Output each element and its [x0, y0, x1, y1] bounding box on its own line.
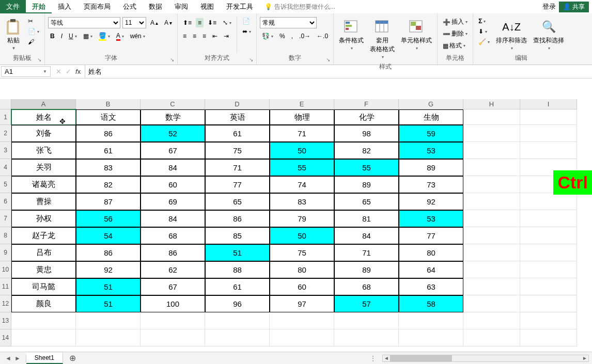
cell[interactable] [520, 210, 577, 227]
cell[interactable] [270, 312, 334, 329]
horizontal-scrollbar[interactable]: ◄ ► [382, 355, 589, 362]
cell[interactable]: 56 [76, 210, 141, 227]
dialog-launcher-icon[interactable]: ↘ [37, 57, 41, 62]
cell[interactable]: 生物 [399, 109, 463, 125]
row-header[interactable]: 5 [0, 176, 11, 193]
cell[interactable] [463, 142, 520, 159]
cell[interactable]: 50 [270, 227, 334, 244]
dialog-launcher-icon[interactable]: ↘ [326, 57, 330, 62]
tab-file[interactable]: 文件 [0, 0, 26, 13]
cell[interactable]: 60 [141, 176, 205, 193]
cell[interactable]: 物理 [270, 109, 334, 125]
row-header[interactable]: 2 [0, 125, 11, 142]
cell[interactable]: 赵子龙 [11, 227, 76, 244]
cell[interactable]: 50 [270, 142, 334, 159]
column-header[interactable]: H [463, 99, 520, 109]
cell[interactable]: 张飞 [11, 142, 76, 159]
cell[interactable]: 51 [205, 244, 270, 261]
fill-button[interactable]: ⬇▾ [476, 27, 492, 36]
tab-formulas[interactable]: 公式 [117, 0, 143, 13]
row-header[interactable]: 3 [0, 142, 11, 159]
cell[interactable] [520, 295, 577, 312]
cell[interactable]: 75 [270, 244, 334, 261]
format-cells-button[interactable]: ▦格式▾ [441, 40, 470, 51]
cell[interactable] [463, 312, 520, 329]
cell[interactable]: 65 [205, 193, 270, 210]
row-header[interactable]: 14 [0, 329, 11, 346]
cell[interactable]: 82 [76, 176, 141, 193]
cell[interactable] [463, 159, 520, 176]
format-painter-button[interactable]: 🖌 [26, 37, 41, 46]
copy-button[interactable]: 📄▾ [26, 27, 41, 36]
cell[interactable] [520, 193, 577, 210]
cell[interactable]: 67 [141, 278, 205, 295]
cell[interactable] [76, 312, 141, 329]
cell[interactable] [205, 329, 270, 346]
row-header[interactable]: 6 [0, 193, 11, 210]
sheet-tab[interactable]: Sheet1 [26, 353, 63, 364]
cell[interactable]: 曹操 [11, 193, 76, 210]
wrap-text-button[interactable]: 📄 [240, 17, 253, 26]
cell[interactable]: 79 [270, 210, 334, 227]
cell[interactable]: 55 [334, 159, 399, 176]
row-header[interactable]: 10 [0, 261, 11, 278]
login-link[interactable]: 登录 [542, 2, 556, 11]
clear-button[interactable]: 🧹▾ [476, 37, 492, 46]
cell[interactable]: 姓名 [11, 109, 76, 125]
font-name-select[interactable]: 等线 [48, 17, 120, 28]
row-header[interactable]: 4 [0, 159, 11, 176]
cell[interactable]: 100 [141, 295, 205, 312]
format-table-button[interactable]: 套用 表格格式▾ [368, 17, 397, 61]
cell[interactable]: 53 [399, 210, 463, 227]
border-button[interactable]: ▦▾ [81, 31, 95, 41]
italic-button[interactable]: I [59, 31, 65, 41]
cancel-icon[interactable]: ✕ [56, 68, 61, 75]
font-color-button[interactable]: A▾ [114, 31, 126, 42]
cell[interactable]: 86 [76, 244, 141, 261]
cell[interactable]: 化学 [334, 109, 399, 125]
cell[interactable] [11, 312, 76, 329]
sheet-nav[interactable]: ◄ ► [0, 355, 26, 362]
cell[interactable]: 67 [141, 142, 205, 159]
find-select-button[interactable]: 🔍 查找和选择▾ [531, 17, 566, 53]
cell[interactable] [520, 142, 577, 159]
cell[interactable] [463, 261, 520, 278]
cell[interactable]: 89 [334, 176, 399, 193]
cell[interactable] [463, 125, 520, 142]
cell[interactable]: 83 [76, 159, 141, 176]
cell[interactable] [463, 244, 520, 261]
align-bottom-button[interactable]: ⬇≡ [206, 18, 219, 27]
cell[interactable]: 孙权 [11, 210, 76, 227]
cell[interactable]: 77 [399, 227, 463, 244]
row-header[interactable]: 8 [0, 227, 11, 244]
cell[interactable] [463, 193, 520, 210]
cell[interactable] [463, 227, 520, 244]
cell[interactable]: 77 [205, 176, 270, 193]
comma-button[interactable]: , [289, 31, 295, 41]
cell[interactable]: 60 [270, 278, 334, 295]
scroll-right-icon[interactable]: ► [581, 355, 588, 362]
cell[interactable]: 62 [141, 261, 205, 278]
cell[interactable]: 57 [334, 295, 399, 312]
cell[interactable]: 86 [205, 210, 270, 227]
tab-pagelayout[interactable]: 页面布局 [77, 0, 117, 13]
cell[interactable] [520, 227, 577, 244]
cell[interactable]: 65 [334, 193, 399, 210]
column-header[interactable]: D [205, 99, 270, 109]
cell[interactable]: 诸葛亮 [11, 176, 76, 193]
cell[interactable] [463, 295, 520, 312]
cell[interactable] [520, 109, 577, 125]
scroll-left-icon[interactable]: ◄ [383, 355, 390, 362]
cell[interactable] [463, 278, 520, 295]
underline-button[interactable]: U▾ [67, 31, 79, 41]
cell[interactable] [463, 329, 520, 346]
cell[interactable]: 74 [270, 176, 334, 193]
tab-data[interactable]: 数据 [143, 0, 168, 13]
cell[interactable]: 92 [399, 193, 463, 210]
align-right-button[interactable]: ≡ [200, 31, 208, 41]
fx-icon[interactable]: fx [75, 68, 81, 75]
cell[interactable] [399, 312, 463, 329]
cell-styles-button[interactable]: 单元格样式▾ [399, 17, 434, 53]
align-middle-button[interactable]: ≡ [196, 18, 204, 27]
cell[interactable]: 71 [205, 159, 270, 176]
